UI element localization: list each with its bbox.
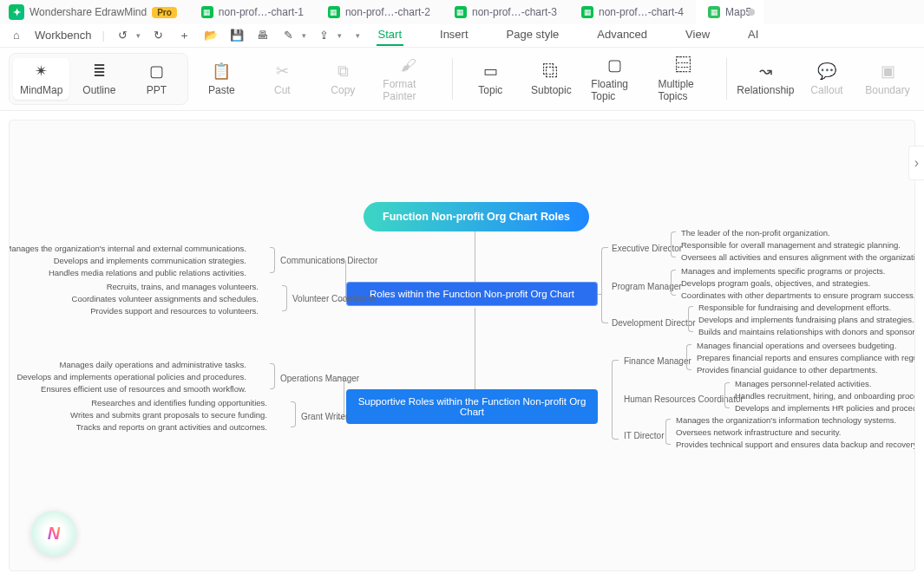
mode-ppt[interactable]: ▢PPT [128, 58, 184, 100]
menu-view[interactable]: View [684, 24, 711, 46]
leaf[interactable]: Develops and implements operational poli… [16, 372, 246, 381]
connector [724, 382, 730, 408]
cut-button[interactable]: ✂Cut [254, 53, 310, 105]
leaf[interactable]: Responsible for overall management and s… [681, 240, 901, 250]
tab-chart-3[interactable]: ▦non-prof…-chart-3 [442, 0, 569, 24]
leaf[interactable]: Develops and implements communication st… [54, 256, 246, 265]
branch-finance-manager[interactable]: Finance Manager [624, 356, 691, 366]
leaf[interactable]: Manages and implements specific programs… [681, 266, 886, 276]
workbench-link[interactable]: Workbench [35, 29, 92, 42]
leaf[interactable]: Writes and submits grant proposals to se… [70, 410, 267, 420]
connector [475, 231, 475, 282]
leaf[interactable]: Researches and identifies funding opport… [91, 398, 267, 407]
leaf[interactable]: Develops program goals, objectives, and … [681, 278, 870, 288]
leaf[interactable]: Manages financial operations and oversee… [697, 341, 896, 350]
connector [688, 306, 693, 332]
boundary-button[interactable]: ▣Boundary [860, 53, 915, 105]
leaf[interactable]: Manages daily operations and administrat… [60, 360, 246, 369]
leaf[interactable]: Recruits, trains, and manages volunteers… [107, 282, 259, 291]
tab-chart-1[interactable]: ▦non-prof…-chart-1 [189, 0, 316, 24]
connector [270, 363, 275, 389]
paste-button[interactable]: 📋Paste [193, 53, 249, 105]
doc-icon: ▦ [328, 6, 340, 18]
leaf[interactable]: Manages personnel-related activities. [735, 379, 871, 388]
leaf[interactable]: Prepares financial reports and ensures c… [697, 353, 915, 362]
share-icon[interactable]: ✎ [281, 29, 297, 42]
new-icon[interactable]: ＋ [177, 28, 193, 43]
more-chevron-icon[interactable]: ▾ [356, 31, 360, 40]
leaf[interactable]: Provides support and resources to volunt… [90, 306, 259, 316]
connector [686, 344, 691, 370]
floating-topic-button[interactable]: ▢Floating Topic [584, 53, 645, 105]
relationship-button[interactable]: ↝Relationship [737, 53, 794, 105]
leaf[interactable]: Provides financial guidance to other dep… [697, 365, 878, 375]
ai-fab-glyph: N [48, 524, 60, 544]
leaf[interactable]: Ensures efficient use of resources and s… [41, 384, 246, 394]
leaf[interactable]: Oversees all activities and ensures alig… [681, 252, 915, 262]
pro-badge: Pro [152, 7, 177, 18]
leaf[interactable]: Develops and implements fundraising plan… [698, 315, 914, 324]
root-topic[interactable]: Function Non-profit Org Chart Roles [364, 202, 589, 231]
tab-chart-2[interactable]: ▦non-prof…-chart-2 [316, 0, 442, 24]
tab-chart-4[interactable]: ▦non-prof…-chart-4 [569, 0, 696, 24]
branch-grant-writer[interactable]: Grant Writer [301, 412, 348, 421]
branch-it-director[interactable]: IT Director [624, 431, 665, 440]
menu-start[interactable]: Start [377, 24, 403, 46]
connector [475, 308, 475, 389]
mode-outline[interactable]: ≣Outline [71, 58, 127, 100]
export-icon[interactable]: ⇪ [317, 29, 332, 42]
topic-button[interactable]: ▭Topic [462, 53, 518, 105]
branch-volunteer-coordinator[interactable]: Volunteer Coordinator [292, 294, 377, 303]
save-icon[interactable]: 💾 [229, 29, 245, 42]
menu-advanced[interactable]: Advanced [595, 24, 649, 46]
print-icon[interactable]: 🖶 [255, 29, 271, 42]
redo-icon[interactable]: ↻ [151, 29, 167, 42]
connector [601, 247, 608, 323]
leaf[interactable]: Manages the organization's information t… [676, 415, 896, 425]
mindmap-canvas[interactable]: Function Non-profit Org Chart Roles Role… [9, 120, 915, 571]
chevron-down-icon[interactable]: ▾ [337, 31, 342, 40]
menu-insert[interactable]: Insert [438, 24, 470, 46]
branch-development-director[interactable]: Development Director [612, 318, 696, 328]
copy-button[interactable]: ⧉Copy [315, 53, 370, 105]
section-1-topic[interactable]: Roles within the Function Non-profit Org… [346, 282, 598, 306]
callout-icon: 💬 [817, 62, 836, 81]
mode-mindmap[interactable]: ✴MindMap [13, 58, 69, 100]
leaf[interactable]: Handles recruitment, hiring, and onboard… [735, 391, 915, 401]
outline-icon: ≣ [93, 62, 106, 81]
leaf[interactable]: Oversees network infrastructure and secu… [676, 427, 841, 437]
leaf[interactable]: Responsible for fundraising and developm… [698, 303, 891, 312]
leaf[interactable]: Builds and maintains relationships with … [698, 327, 915, 336]
multiple-topics-button[interactable]: ⿳Multiple Topics [651, 53, 716, 105]
leaf[interactable]: The leader of the non-profit organizatio… [681, 228, 830, 238]
ppt-icon: ▢ [149, 62, 164, 81]
undo-icon[interactable]: ↺ [115, 29, 131, 42]
side-panel-toggle[interactable]: › [908, 146, 924, 180]
format-painter-button[interactable]: 🖌Format Painter [376, 53, 441, 105]
section-2-topic[interactable]: Supportive Roles within the Function Non… [346, 389, 598, 424]
menu-page-style[interactable]: Page style [505, 24, 561, 46]
menu-ai[interactable]: AI [746, 24, 760, 46]
tab-map5[interactable]: ▦Map5 [696, 0, 763, 24]
view-mode-group: ✴MindMap ≣Outline ▢PPT [9, 53, 188, 105]
branch-communications-director[interactable]: Communications Director [280, 256, 377, 265]
chevron-down-icon[interactable]: ▾ [302, 31, 306, 40]
subtopic-icon: ⿻ [543, 62, 559, 81]
leaf[interactable]: Handles media relations and public relat… [49, 268, 246, 277]
branch-operations-manager[interactable]: Operations Manager [280, 374, 359, 383]
chevron-down-icon[interactable]: ▾ [136, 31, 141, 40]
leaf[interactable]: Tracks and reports on grant activities a… [76, 422, 267, 432]
ai-fab-button[interactable]: N [31, 511, 76, 556]
leaf[interactable]: Coordinates with other departments to en… [681, 290, 915, 300]
connector [291, 401, 296, 427]
leaf[interactable]: Coordinates volunteer assignments and sc… [72, 294, 259, 303]
home-icon[interactable]: ⌂ [9, 29, 24, 42]
app-name: Wondershare EdrawMind [29, 6, 147, 18]
leaf[interactable]: Provides technical support and ensures d… [676, 440, 915, 449]
leaf[interactable]: Manages the organization's internal and … [9, 244, 246, 253]
callout-button[interactable]: 💬Callout [799, 53, 855, 105]
leaf[interactable]: Develops and implements HR policies and … [735, 403, 915, 413]
open-icon[interactable]: 📂 [203, 29, 219, 42]
floating-topic-icon: ▢ [607, 55, 622, 75]
subtopic-button[interactable]: ⿻Subtopic [523, 53, 579, 105]
